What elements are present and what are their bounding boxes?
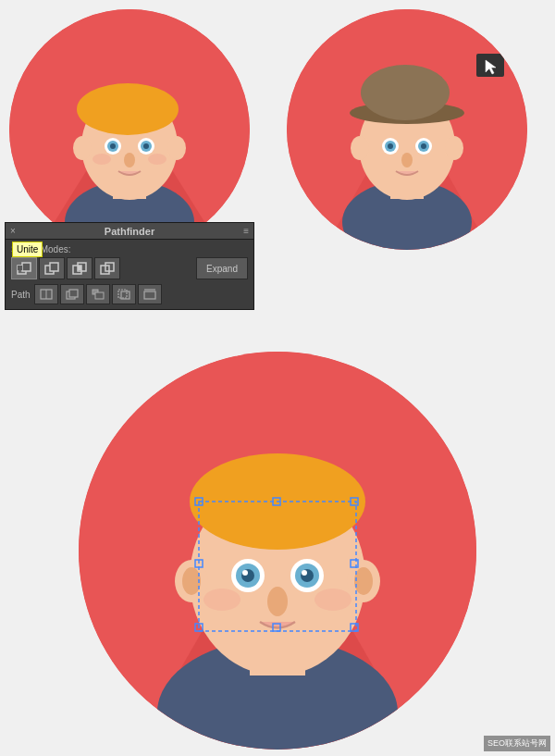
svg-point-23 xyxy=(361,65,450,120)
svg-rect-53 xyxy=(144,291,155,299)
shape-mode-buttons-row: Unite xyxy=(11,257,248,279)
shape-modes-label: Shape Modes: xyxy=(11,244,248,254)
intersect-button[interactable] xyxy=(67,257,92,279)
svg-point-6 xyxy=(73,136,92,160)
avatar-bottom-svg xyxy=(79,352,476,750)
pathfinders-row: Path xyxy=(11,284,248,304)
svg-point-74 xyxy=(204,589,240,611)
minus-front-button[interactable] xyxy=(39,257,65,279)
svg-point-14 xyxy=(124,153,135,167)
unite-tooltip: Unite xyxy=(12,242,43,257)
outline-button[interactable] xyxy=(138,284,162,304)
trim-button[interactable] xyxy=(60,284,84,304)
divide-icon xyxy=(40,289,53,300)
exclude-icon xyxy=(100,262,115,275)
divide-button[interactable] xyxy=(34,284,58,304)
watermark-text: SEO联系站号网 xyxy=(487,738,547,748)
path-label: Path xyxy=(11,290,31,300)
exclude-button[interactable] xyxy=(94,257,120,279)
avatar-top-right xyxy=(287,9,527,250)
svg-point-62 xyxy=(182,567,201,595)
svg-point-5 xyxy=(77,83,179,135)
svg-point-25 xyxy=(445,136,463,160)
svg-point-28 xyxy=(388,143,393,149)
svg-rect-37 xyxy=(18,266,22,270)
svg-point-24 xyxy=(351,136,369,160)
svg-rect-50 xyxy=(95,292,104,299)
svg-rect-48 xyxy=(69,290,78,297)
panel-header: × Pathfinder ≡ xyxy=(6,223,253,240)
svg-point-64 xyxy=(354,567,373,595)
panel-close-icon[interactable]: × xyxy=(10,226,16,236)
svg-point-72 xyxy=(302,570,307,576)
avatar-bottom xyxy=(79,352,476,750)
intersect-icon xyxy=(72,262,87,275)
svg-point-7 xyxy=(167,136,186,160)
svg-point-75 xyxy=(314,589,352,611)
avatar-top-left xyxy=(9,9,250,250)
merge-button[interactable] xyxy=(86,284,110,304)
svg-rect-39 xyxy=(50,263,58,271)
svg-point-73 xyxy=(267,587,288,616)
unite-icon xyxy=(17,262,31,275)
svg-point-10 xyxy=(110,143,116,149)
pathfinder-panel: × Pathfinder ≡ Shape Modes: Unite xyxy=(5,222,254,310)
outline-icon xyxy=(143,289,156,300)
svg-point-15 xyxy=(92,154,111,165)
svg-point-16 xyxy=(148,154,166,165)
panel-menu-icon[interactable]: ≡ xyxy=(243,226,249,236)
svg-point-13 xyxy=(143,143,149,149)
avatar-tl-svg xyxy=(9,9,250,250)
trim-icon xyxy=(66,289,79,300)
crop-icon xyxy=(117,289,130,300)
svg-rect-36 xyxy=(22,263,31,271)
minus-front-icon xyxy=(44,262,59,275)
svg-point-32 xyxy=(401,153,413,167)
svg-point-68 xyxy=(242,570,248,576)
watermark: SEO联系站号网 xyxy=(484,736,550,751)
unite-button[interactable]: Unite xyxy=(11,257,37,279)
crop-button[interactable] xyxy=(112,284,136,304)
svg-point-31 xyxy=(421,143,426,149)
svg-rect-42 xyxy=(78,266,81,270)
panel-title: Pathfinder xyxy=(105,226,154,237)
merge-icon xyxy=(92,289,105,300)
panel-body: Shape Modes: Unite xyxy=(6,240,253,309)
svg-rect-51 xyxy=(118,290,127,298)
expand-button[interactable]: Expand xyxy=(196,257,248,279)
avatar-tr-svg xyxy=(287,9,527,250)
